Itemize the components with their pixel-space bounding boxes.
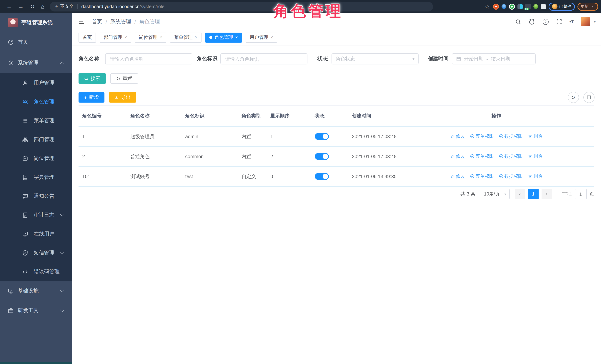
plus-icon: + (84, 95, 87, 100)
browser-back-icon[interactable]: ← (6, 0, 12, 13)
pagination-total: 共 3 条 (461, 191, 475, 197)
browser-menu-icon[interactable]: ⋮ (591, 4, 595, 9)
row-action-数据权限[interactable]: 数据权限 (499, 133, 523, 140)
sidebar-item-4[interactable]: 角色管理 (0, 92, 72, 111)
sidebar-item-5[interactable]: 菜单管理 (0, 111, 72, 130)
row-action-删除[interactable]: 删除 (528, 153, 542, 160)
extension-badge: on (524, 8, 529, 10)
status-toggle[interactable] (315, 133, 329, 140)
search-button[interactable]: 搜索 (79, 73, 106, 84)
close-icon[interactable]: × (195, 35, 197, 40)
extension-icon-2[interactable] (501, 4, 506, 9)
close-icon[interactable]: × (235, 35, 238, 40)
puzzle-extensions-icon[interactable] (541, 4, 546, 9)
role-name-label: 角色名称 (79, 56, 99, 62)
role-key-input[interactable] (220, 53, 307, 64)
row-action-修改[interactable]: 修改 (450, 153, 465, 160)
close-icon[interactable]: × (270, 35, 273, 40)
sidebar-item-label: 审计日志 (34, 212, 54, 218)
export-button[interactable]: 导出 (109, 92, 136, 103)
trash-icon (528, 154, 532, 159)
prev-page-button[interactable]: ‹ (515, 189, 525, 199)
tab-6[interactable]: 用户管理× (246, 32, 277, 42)
row-action-菜单权限[interactable]: 菜单权限 (470, 153, 494, 160)
fullscreen-icon[interactable] (556, 18, 562, 25)
goto-page-input[interactable] (575, 189, 587, 199)
browser-update-chip[interactable]: 更新 ⋮ (577, 2, 598, 10)
update-label: 更新 (581, 4, 589, 9)
help-icon[interactable]: ? (542, 18, 549, 25)
sidebar-item-10[interactable]: 审计日志 (0, 206, 72, 224)
extension-icon-3[interactable] (509, 3, 515, 10)
user-avatar[interactable] (581, 17, 590, 26)
row-action-菜单权限[interactable]: 菜单权限 (470, 133, 494, 140)
page-size-select[interactable]: 10条/页 ▾ (481, 189, 510, 199)
tab-2[interactable]: 部门管理× (100, 32, 131, 42)
avatar-caret-icon[interactable]: ▾ (594, 19, 596, 24)
sidebar-item-11[interactable]: 在线用户 (0, 224, 72, 243)
row-action-修改[interactable]: 修改 (450, 133, 465, 140)
extension-icon-4[interactable] (517, 4, 522, 9)
sidebar-item-9[interactable]: 通知公告 (0, 187, 72, 206)
sidebar-item-1[interactable]: 首页 (0, 32, 72, 53)
column-settings-button[interactable] (583, 92, 594, 103)
search-icon[interactable] (515, 18, 521, 25)
sidebar-item-15[interactable]: 研发工具 (0, 301, 72, 320)
bookmark-star-icon[interactable]: ☆ (485, 3, 490, 10)
tab-4[interactable]: 菜单管理× (170, 32, 201, 42)
row-action-菜单权限[interactable]: 菜单权限 (470, 173, 494, 180)
page-number-1[interactable]: 1 (528, 189, 538, 199)
sidebar-item-2[interactable]: 系统管理 (0, 53, 72, 73)
tab-label: 用户管理 (250, 34, 268, 40)
reset-button[interactable]: ↻ 重置 (110, 73, 138, 84)
github-icon[interactable] (528, 18, 535, 25)
font-size-icon[interactable]: tT (570, 19, 574, 24)
sidebar-item-6[interactable]: 部门管理 (0, 130, 72, 149)
row-action-删除[interactable]: 删除 (528, 173, 542, 180)
browser-refresh-icon[interactable]: ↻ (30, 0, 35, 13)
chevron-down-icon: ▾ (412, 57, 414, 61)
sidebar-item-13[interactable]: 错误码管理 (0, 262, 72, 281)
role-name-input[interactable] (105, 53, 192, 64)
add-button[interactable]: + 新增 (79, 92, 104, 103)
close-icon[interactable]: × (124, 35, 127, 40)
browser-profile-avatar (552, 4, 557, 9)
breadcrumb-home[interactable]: 首页 (92, 18, 102, 25)
row-action-修改[interactable]: 修改 (450, 173, 465, 180)
browser-home-icon[interactable]: ⌂ (41, 0, 44, 13)
sidebar-item-label: 首页 (18, 39, 28, 46)
sidebar-item-8[interactable]: 字典管理 (0, 168, 72, 187)
sidebar-item-3[interactable]: 用户管理 (0, 73, 72, 92)
close-icon[interactable]: × (160, 35, 162, 40)
extension-icon-6[interactable] (533, 4, 538, 9)
status-toggle[interactable] (315, 173, 329, 180)
tab-5[interactable]: 角色管理× (205, 32, 242, 42)
sidebar-item-12[interactable]: 短信管理 (0, 243, 72, 262)
tab-1[interactable]: 首页 (79, 32, 96, 42)
status-select[interactable]: 角色状态 ▾ (331, 53, 419, 64)
download-icon (114, 95, 119, 100)
breadcrumb-system[interactable]: 系统管理 (110, 18, 131, 25)
sidebar-item-14[interactable]: 基础设施 (0, 281, 72, 301)
refresh-table-button[interactable]: ↻ (568, 92, 579, 103)
sidebar-item-7[interactable]: 岗位管理 (0, 149, 72, 168)
extension-icon-1[interactable] (493, 3, 499, 10)
profile-paused-chip[interactable]: 已暂停 (548, 2, 575, 10)
browser-forward-icon[interactable]: → (18, 0, 24, 13)
sidebar-fold-icon[interactable] (79, 19, 84, 25)
row-action-数据权限[interactable]: 数据权限 (499, 173, 523, 180)
row-action-数据权限[interactable]: 数据权限 (499, 153, 523, 160)
extension-icon-5[interactable]: on (525, 4, 531, 9)
tab-label: 部门管理 (104, 34, 122, 40)
row-action-删除[interactable]: 删除 (528, 133, 542, 140)
cell: test (181, 167, 238, 187)
security-warning-icon: ⚠ (55, 4, 58, 9)
create-time-range-picker[interactable]: 开始日期 - 结束日期 (452, 53, 536, 64)
monitor-icon (8, 288, 14, 294)
address-bar[interactable]: ⚠ 不安全 dashboard.yudao.iocoder.cn /system… (50, 2, 433, 11)
next-page-button[interactable]: › (541, 189, 552, 199)
app-logo-row[interactable]: 芋道管理系统 (0, 13, 72, 32)
tab-3[interactable]: 岗位管理× (135, 32, 166, 42)
status-toggle[interactable] (315, 153, 329, 160)
end-date-placeholder: 结束日期 (491, 56, 510, 62)
